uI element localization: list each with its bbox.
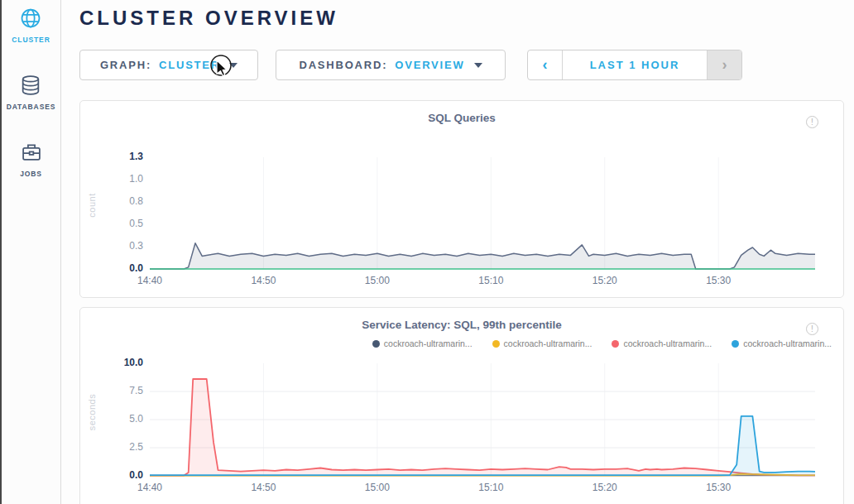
x-tick-label: 15:00 [353,482,402,493]
series-area-sql-queries [150,243,815,269]
y-tick-label: 10.0 [100,357,143,368]
y-tick-label: 0.3 [100,240,143,252]
chevron-down-icon [229,63,237,68]
x-tick-label: 14:50 [238,275,288,286]
sidebar-item-databases[interactable]: DATABASES [7,74,56,111]
x-tick-label: 15:20 [580,482,630,493]
series-line-node-red [150,379,815,476]
briefcase-icon [20,141,43,164]
dashboard-dropdown-value: OVERVIEW [395,59,464,71]
y-tick-label: 0.0 [100,262,143,274]
y-tick-label: 1.0 [100,173,143,185]
time-next-button[interactable]: › [707,50,741,79]
x-tick-label: 15:00 [353,275,402,286]
sidebar-item-label: DATABASES [7,103,56,111]
y-tick-label: 2.5 [100,441,143,453]
chevron-left-icon: ‹ [543,56,548,74]
sidebar: CLUSTER DATABASES JOBS [2,0,61,504]
graph-dropdown[interactable]: GRAPH: CLUSTER [79,50,258,80]
chart-panel-sql-queries: SQL Queries ! count 1.31.00.80.50.30.014… [79,100,844,298]
chart-panel-service-latency: Service Latency: SQL, 99th percentile ! … [79,307,844,504]
time-window-label[interactable]: LAST 1 HOUR [563,50,707,79]
sidebar-item-label: CLUSTER [12,36,50,44]
page-title: CLUSTER OVERVIEW [79,7,338,30]
graph-dropdown-label: GRAPH: [100,59,151,71]
chevron-right-icon: › [722,56,727,74]
x-tick-label: 14:40 [125,482,175,493]
sql-queries-chart[interactable] [80,101,843,297]
y-tick-label: 5.0 [100,413,143,425]
y-tick-label: 0.5 [100,218,143,229]
chevron-down-icon [474,63,482,68]
x-tick-label: 14:50 [238,482,288,493]
series-line-node-blue [150,416,815,475]
service-latency-chart[interactable] [80,308,843,504]
y-tick-label: 1.3 [100,151,143,162]
time-window-selector: ‹ LAST 1 HOUR › [527,50,742,80]
x-tick-label: 15:10 [466,275,516,286]
series-area-node-blue [150,416,815,476]
x-tick-label: 15:10 [466,482,516,493]
sidebar-item-jobs[interactable]: JOBS [20,141,43,178]
database-icon [19,74,42,97]
y-tick-label: 7.5 [100,385,143,396]
x-tick-label: 15:30 [693,275,743,286]
dashboard-dropdown[interactable]: DASHBOARD: OVERVIEW [276,50,506,80]
x-tick-label: 14:40 [125,275,175,286]
y-tick-label: 0.0 [100,469,143,481]
graph-dropdown-value: CLUSTER [159,59,220,71]
x-tick-label: 15:20 [580,275,630,286]
time-prev-button[interactable]: ‹ [528,50,563,79]
dashboard-dropdown-label: DASHBOARD: [299,59,387,71]
series-area-node-red [150,379,815,476]
sidebar-item-label: JOBS [20,170,42,178]
sidebar-item-cluster[interactable]: CLUSTER [12,7,50,44]
globe-icon [19,7,42,30]
x-tick-label: 15:30 [693,482,743,493]
y-tick-label: 0.8 [100,195,143,207]
